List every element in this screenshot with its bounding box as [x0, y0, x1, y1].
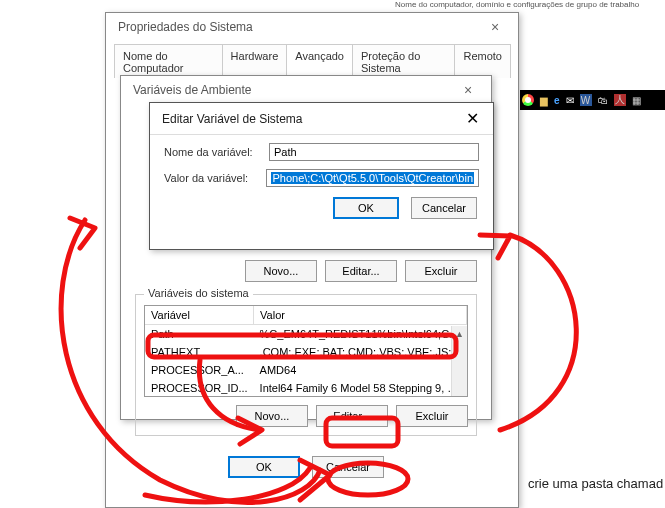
col-variable[interactable]: Variável	[145, 306, 254, 325]
cancel-button[interactable]: Cancelar	[312, 456, 384, 478]
tab-hardware[interactable]: Hardware	[222, 44, 288, 78]
table-row[interactable]: PROCESSOR_ID...Intel64 Family 6 Model 58…	[145, 379, 467, 397]
scroll-up-icon[interactable]: ▲	[452, 326, 467, 342]
store-icon: 🛍	[598, 95, 608, 106]
delete-button[interactable]: Excluir	[405, 260, 477, 282]
variable-name-label: Nome da variável:	[164, 146, 269, 158]
new-button[interactable]: Novo...	[236, 405, 308, 427]
dialog-title: Editar Variável de Sistema	[162, 112, 303, 126]
folder-icon: ▆	[540, 95, 548, 106]
group-legend: Variáveis do sistema	[144, 287, 253, 299]
cancel-button[interactable]: Cancelar	[411, 197, 477, 219]
tab-remote[interactable]: Remoto	[454, 44, 511, 78]
edit-button[interactable]: Editar...	[316, 405, 388, 427]
variable-value-label: Valor da variável:	[164, 172, 266, 184]
tab-computer-name[interactable]: Nome do Computador	[114, 44, 223, 78]
new-button[interactable]: Novo...	[245, 260, 317, 282]
close-icon[interactable]: ×	[453, 82, 483, 98]
variable-name-field[interactable]: Path	[269, 143, 479, 161]
chrome-icon	[522, 94, 534, 106]
system-vars-button-row: Novo... Editar... Excluir	[144, 405, 468, 427]
table-row[interactable]: Path%C_EM64T_REDIST11%bin\Intel64;C:\...	[145, 325, 467, 344]
misc-icon: ▦	[632, 95, 641, 106]
system-vars-table[interactable]: Variável Valor Path%C_EM64T_REDIST11%bin…	[144, 305, 468, 397]
titlebar[interactable]: Propriedades do Sistema ×	[106, 13, 518, 39]
table-row[interactable]: PATHEXT.COM;.EXE;.BAT;.CMD;.VBS;.VBE;.JS…	[145, 343, 467, 361]
dialog-button-row: OK Cancelar	[135, 456, 477, 478]
titlebar[interactable]: Editar Variável de Sistema ✕	[150, 103, 493, 135]
close-icon[interactable]: ×	[480, 19, 510, 35]
table-row[interactable]: PROCESSOR_A...AMD64	[145, 361, 467, 379]
variable-value-field[interactable]: Phone\;C:\Qt\Qt5.5.0\Tools\QtCreator\bin	[266, 169, 479, 187]
word-icon: W	[580, 94, 592, 106]
tab-advanced[interactable]: Avançado	[286, 44, 353, 78]
window-title: Variáveis de Ambiente	[133, 83, 252, 97]
dialog-button-row: OK Cancelar	[150, 197, 477, 219]
ok-button[interactable]: OK	[333, 197, 399, 219]
tabs: Nome do Computador Hardware Avançado Pro…	[114, 43, 510, 78]
mail-icon: ✉	[566, 95, 574, 106]
bg-instruction-text: crie uma pasta chamad	[528, 476, 663, 491]
pdf-icon: 人	[614, 94, 626, 106]
edge-icon: e	[554, 95, 560, 106]
tab-system-protection[interactable]: Proteção do Sistema	[352, 44, 455, 78]
bg-section-heading: Nome do computador, domínio e configuraç…	[395, 0, 639, 9]
delete-button[interactable]: Excluir	[396, 405, 468, 427]
taskbar-fragment: ▆ e ✉ W 🛍 人 ▦	[520, 90, 665, 110]
col-value[interactable]: Valor	[254, 306, 467, 325]
close-icon[interactable]: ✕	[457, 109, 487, 128]
edit-system-variable-dialog: Editar Variável de Sistema ✕ Nome da var…	[149, 102, 494, 250]
user-vars-button-row: Novo... Editar... Excluir	[135, 260, 477, 282]
titlebar[interactable]: Variáveis de Ambiente ×	[121, 76, 491, 102]
window-title: Propriedades do Sistema	[118, 20, 253, 34]
edit-button[interactable]: Editar...	[325, 260, 397, 282]
scrollbar[interactable]: ▲	[451, 326, 467, 396]
ok-button[interactable]: OK	[228, 456, 300, 478]
system-vars-group: Variáveis do sistema Variável Valor Path…	[135, 294, 477, 436]
